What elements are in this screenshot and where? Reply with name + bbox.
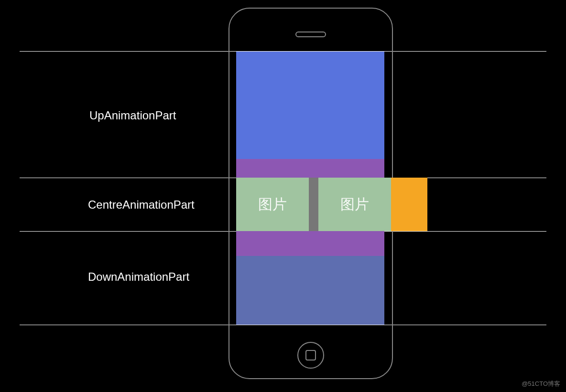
phone-speaker-icon [295,32,326,37]
up-part-block [236,52,384,159]
label-down-animation-part: DownAnimationPart [88,270,189,284]
centre-image-2: 图片 [318,178,391,231]
down-part-block [236,256,384,325]
label-centre-animation-part: CentreAnimationPart [88,198,195,212]
centre-image-1: 图片 [236,178,309,231]
down-part-purple-band [236,231,384,256]
diagram-stage: UpAnimationPart CentreAnimationPart Down… [0,0,566,392]
label-up-animation-part: UpAnimationPart [89,109,176,122]
centre-image-gap [309,178,318,231]
up-part-purple-band [236,159,384,178]
home-button-icon [297,342,324,369]
watermark: @51CTO博客 [522,380,560,388]
